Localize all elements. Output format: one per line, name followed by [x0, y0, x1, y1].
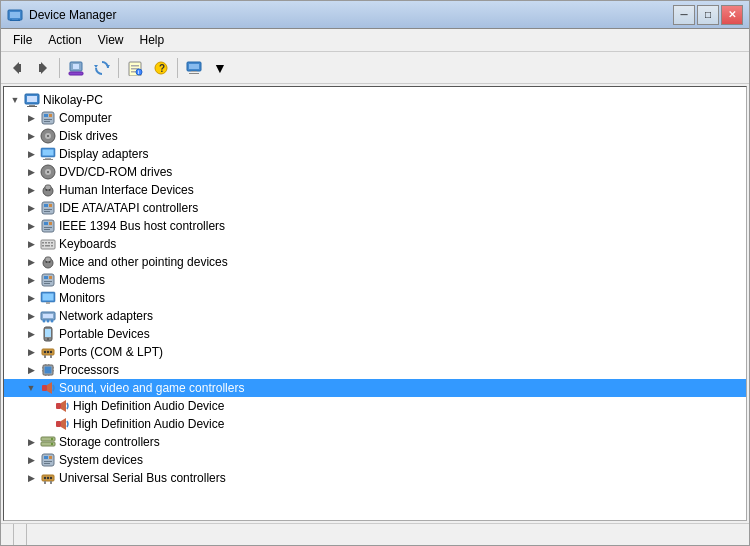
tree-item-processors[interactable]: ▶Processors [4, 361, 746, 379]
svg-rect-32 [44, 119, 52, 120]
svg-point-46 [46, 189, 48, 191]
tree-item-hid[interactable]: ▶Human Interface Devices [4, 181, 746, 199]
more-button[interactable]: ▼ [208, 56, 232, 80]
expand-icon-portable[interactable]: ▶ [24, 327, 38, 341]
svg-point-120 [50, 477, 52, 479]
tree-item-sysdev[interactable]: ▶System devices [4, 451, 746, 469]
expand-icon-processors[interactable]: ▶ [24, 363, 38, 377]
svg-rect-97 [53, 370, 54, 372]
expand-icon-ieee[interactable]: ▶ [24, 219, 38, 233]
svg-rect-1 [10, 12, 20, 18]
tree-item-keyboards[interactable]: ▶Keyboards [4, 235, 746, 253]
svg-rect-57 [44, 229, 50, 230]
tree-item-usb[interactable]: ▶Universal Serial Bus controllers [4, 469, 746, 487]
properties-button[interactable]: i [123, 56, 147, 80]
svg-point-119 [47, 477, 49, 479]
menu-help[interactable]: Help [132, 31, 173, 49]
device-icon-ieee [40, 218, 56, 234]
tree-item-computer[interactable]: ▶Computer [4, 109, 746, 127]
tree-item-sound[interactable]: ▼Sound, video and game controllers [4, 379, 746, 397]
tree-item-network[interactable]: ▶Network adapters [4, 307, 746, 325]
expand-icon-root[interactable]: ▼ [8, 93, 22, 107]
tree-label-keyboards: Keyboards [59, 235, 116, 253]
tree-label-dvdrom: DVD/CD-ROM drives [59, 163, 172, 181]
svg-rect-31 [49, 114, 52, 117]
tree-item-root[interactable]: ▼Nikolay-PC [4, 91, 746, 109]
expand-icon-dvdrom[interactable]: ▶ [24, 165, 38, 179]
expand-icon-computer[interactable]: ▶ [24, 111, 38, 125]
expand-icon-monitors[interactable]: ▶ [24, 291, 38, 305]
svg-rect-7 [39, 64, 41, 72]
expand-icon-hid[interactable]: ▶ [24, 183, 38, 197]
tree-item-mice[interactable]: ▶Mice and other pointing devices [4, 253, 746, 271]
tree-label-audio2: High Definition Audio Device [73, 415, 224, 433]
tree-item-audio2[interactable]: High Definition Audio Device [4, 415, 746, 433]
tree-item-disk[interactable]: ▶Disk drives [4, 127, 746, 145]
svg-rect-14 [131, 65, 139, 67]
svg-rect-48 [42, 202, 54, 214]
svg-rect-70 [42, 274, 54, 286]
expand-icon-display[interactable]: ▶ [24, 147, 38, 161]
minimize-button[interactable]: ─ [673, 5, 695, 25]
svg-rect-72 [49, 276, 52, 279]
tree-item-dvdrom[interactable]: ▶DVD/CD-ROM drives [4, 163, 746, 181]
menu-file[interactable]: File [5, 31, 40, 49]
expand-icon-mice[interactable]: ▶ [24, 255, 38, 269]
svg-rect-114 [49, 456, 52, 459]
devmgr-button[interactable] [182, 56, 206, 80]
tree-label-hid: Human Interface Devices [59, 181, 194, 199]
close-button[interactable]: ✕ [721, 5, 743, 25]
tree-item-ide[interactable]: ▶IDE ATA/ATAPI controllers [4, 199, 746, 217]
tree-item-audio1[interactable]: High Definition Audio Device [4, 397, 746, 415]
device-icon-dvdrom [40, 164, 56, 180]
menu-action[interactable]: Action [40, 31, 89, 49]
svg-rect-121 [44, 481, 46, 484]
expand-icon-storage[interactable]: ▶ [24, 435, 38, 449]
forward-button[interactable] [31, 56, 55, 80]
tree-item-display[interactable]: ▶Display adapters [4, 145, 746, 163]
toolbar-separator-2 [118, 58, 119, 78]
expand-icon-disk[interactable]: ▶ [24, 129, 38, 143]
svg-rect-27 [29, 105, 35, 106]
svg-rect-38 [43, 150, 54, 156]
tree-item-portable[interactable]: ▶Portable Devices [4, 325, 746, 343]
expand-icon-sound[interactable]: ▼ [24, 381, 38, 395]
expand-icon-ide[interactable]: ▶ [24, 201, 38, 215]
up-button[interactable] [64, 56, 88, 80]
expand-icon-ports[interactable]: ▶ [24, 345, 38, 359]
back-button[interactable] [5, 56, 29, 80]
refresh-button[interactable] [90, 56, 114, 80]
svg-point-111 [51, 443, 53, 445]
device-tree[interactable]: ▼Nikolay-PC▶Computer▶Disk drives▶Display… [3, 86, 747, 521]
svg-text:?: ? [159, 63, 165, 74]
expand-icon-keyboards[interactable]: ▶ [24, 237, 38, 251]
svg-rect-106 [56, 421, 61, 427]
expand-icon-sysdev[interactable]: ▶ [24, 453, 38, 467]
device-icon-display [40, 146, 56, 162]
title-bar-buttons: ─ □ ✕ [673, 5, 743, 25]
expand-icon-usb[interactable]: ▶ [24, 471, 38, 485]
svg-point-36 [47, 135, 49, 137]
svg-rect-53 [42, 220, 54, 232]
tree-item-storage[interactable]: ▶Storage controllers [4, 433, 746, 451]
device-icon-audio1 [54, 398, 70, 414]
svg-rect-93 [45, 367, 52, 374]
expand-icon-modems[interactable]: ▶ [24, 273, 38, 287]
svg-rect-77 [46, 302, 50, 304]
maximize-button[interactable]: □ [697, 5, 719, 25]
tree-item-ieee[interactable]: ▶IEEE 1394 Bus host controllers [4, 217, 746, 235]
tree-item-modems[interactable]: ▶Modems [4, 271, 746, 289]
tree-label-monitors: Monitors [59, 289, 105, 307]
svg-rect-98 [45, 364, 47, 365]
expand-icon-network[interactable]: ▶ [24, 309, 38, 323]
svg-point-85 [47, 338, 49, 340]
menu-view[interactable]: View [90, 31, 132, 49]
svg-rect-39 [45, 158, 51, 159]
help-button[interactable]: ? [149, 56, 173, 80]
status-bar [1, 523, 749, 545]
svg-rect-91 [50, 355, 52, 358]
tree-item-ports[interactable]: ▶Ports (COM & LPT) [4, 343, 746, 361]
device-icon-monitors [40, 290, 56, 306]
tree-label-sound: Sound, video and game controllers [59, 379, 244, 397]
tree-item-monitors[interactable]: ▶Monitors [4, 289, 746, 307]
